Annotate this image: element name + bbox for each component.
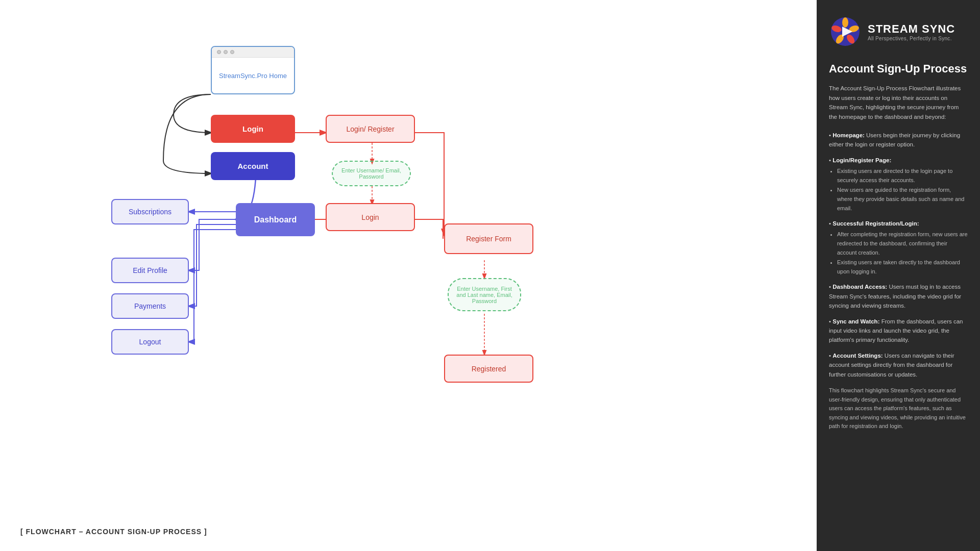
- bullet-sync-text: • Sync and Watch: From the dashboard, us…: [829, 317, 968, 345]
- enter-credentials-node: Enter Username/ Email, Password: [332, 161, 411, 186]
- enter-reg-details-node: Enter Username, First and Last name, Ema…: [448, 278, 521, 311]
- footer-label: [ FLOWCHART – ACCOUNT SIGN-UP PROCESS ]: [20, 528, 207, 536]
- account-btn-node: Account: [211, 152, 295, 180]
- home-label: StreamSync.Pro Home: [219, 72, 287, 80]
- bullet-registration: • Successful Registration/Login: After c…: [829, 219, 968, 276]
- bullet-login-register-subs: Existing users are directed to the login…: [829, 167, 968, 213]
- bullet-dashboard-text: • Dashboard Access: Users must log in to…: [829, 282, 968, 310]
- edit-profile-node: Edit Profile: [111, 258, 189, 283]
- login-register-label: Login/ Register: [346, 125, 394, 133]
- edit-profile-label: Edit Profile: [133, 266, 167, 274]
- bullet-homepage: • Homepage: Users begin their journey by…: [829, 131, 968, 149]
- login-form-node: Login: [326, 203, 415, 231]
- enter-credentials-label: Enter Username/ Email, Password: [339, 167, 404, 180]
- sub-bullet-2: New users are guided to the registration…: [837, 186, 968, 213]
- browser-dot-1: [217, 50, 221, 54]
- registered-label: Registered: [472, 365, 506, 373]
- login-register-node: Login/ Register: [326, 115, 415, 143]
- bullet-registration-text: • Successful Registration/Login:: [829, 219, 968, 228]
- main-content: StreamSync.Pro Home Login Account Dashbo…: [0, 0, 817, 551]
- sidebar-bullets: • Homepage: Users begin their journey by…: [829, 131, 968, 379]
- registered-node: Registered: [444, 355, 533, 383]
- bullet-account-settings-text: • Account Settings: Users can navigate t…: [829, 351, 968, 379]
- bullet-login-register-text: • Login/Register Page:: [829, 156, 968, 165]
- sidebar-logo: STREAM SYNC All Perspectives, Perfectly …: [829, 15, 968, 48]
- browser-dot-2: [224, 50, 228, 54]
- logo-title: STREAM SYNC: [868, 22, 955, 36]
- sub-bullet-reg-2: Existing users are taken directly to the…: [837, 258, 968, 276]
- sidebar-footer: This flowchart highlights Stream Sync's …: [829, 386, 968, 431]
- register-form-label: Register Form: [466, 235, 511, 243]
- streamsync-logo-icon: [829, 15, 862, 48]
- bullet-registration-title: Successful Registration/Login:: [832, 220, 919, 227]
- dashboard-node: Dashboard: [236, 203, 315, 236]
- subscriptions-node: Subscriptions: [111, 199, 189, 224]
- logout-label: Logout: [139, 338, 161, 346]
- enter-reg-details-label: Enter Username, First and Last name, Ema…: [455, 286, 514, 304]
- bullet-login-register: • Login/Register Page: Existing users ar…: [829, 156, 968, 213]
- dashboard-label: Dashboard: [254, 215, 297, 224]
- bullet-dashboard: • Dashboard Access: Users must log in to…: [829, 282, 968, 310]
- login-btn-node: Login: [211, 115, 295, 143]
- logout-node: Logout: [111, 329, 189, 355]
- login-btn-label: Login: [242, 124, 263, 133]
- payments-label: Payments: [134, 302, 166, 310]
- home-label-container: StreamSync.Pro Home: [212, 58, 294, 93]
- sub-bullet-1: Existing users are directed to the login…: [837, 167, 968, 185]
- svg-point-1: [842, 17, 848, 28]
- payments-node: Payments: [111, 293, 189, 319]
- bullet-homepage-title: Homepage:: [832, 132, 865, 138]
- sub-bullet-reg-1: After completing the registration form, …: [837, 230, 968, 257]
- browser-titlebar: [212, 47, 294, 58]
- bullet-sync-title: Sync and Watch:: [832, 318, 879, 324]
- logo-subtitle: All Perspectives, Perfectly in Sync.: [868, 36, 955, 41]
- bullet-login-register-title: Login/Register Page:: [832, 157, 891, 163]
- bullet-dashboard-title: Dashboard Access:: [832, 284, 887, 290]
- bullet-account-settings-title: Account Settings:: [832, 353, 883, 359]
- bullet-registration-subs: After completing the registration form, …: [829, 230, 968, 276]
- home-node: StreamSync.Pro Home: [211, 46, 295, 94]
- bullet-homepage-text: • Homepage: Users begin their journey by…: [829, 131, 968, 149]
- sidebar-description: The Account Sign-Up Process Flowchart il…: [829, 84, 968, 121]
- bullet-account-settings: • Account Settings: Users can navigate t…: [829, 351, 968, 379]
- register-form-node: Register Form: [444, 223, 533, 254]
- login-form-label: Login: [361, 213, 379, 221]
- logo-text-block: STREAM SYNC All Perspectives, Perfectly …: [868, 22, 955, 41]
- account-btn-label: Account: [238, 162, 268, 170]
- sidebar: STREAM SYNC All Perspectives, Perfectly …: [817, 0, 980, 551]
- browser-dot-3: [230, 50, 234, 54]
- bullet-sync: • Sync and Watch: From the dashboard, us…: [829, 317, 968, 345]
- subscriptions-label: Subscriptions: [129, 208, 172, 216]
- sidebar-heading: Account Sign-Up Process: [829, 62, 968, 76]
